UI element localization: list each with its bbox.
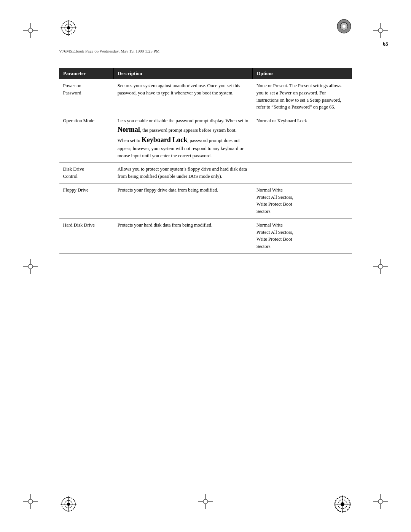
page-number: 65 <box>383 41 388 47</box>
table-row: Floppy Drive Protects your floppy drive … <box>59 183 352 218</box>
table-row: Operation Mode Lets you enable or disabl… <box>59 114 352 163</box>
bottom-center-crosshair <box>198 494 213 509</box>
options-opmode: Normal or Keyboard Lock <box>253 114 352 163</box>
top-right-crosshair <box>373 23 388 38</box>
top-left-crosshair <box>23 23 38 38</box>
bottom-left-crosshair <box>23 494 38 509</box>
bottom-right-gear <box>333 495 352 514</box>
col-header-options: Options <box>253 68 352 79</box>
svg-point-33 <box>378 499 383 504</box>
top-left-gear <box>59 18 78 37</box>
col-header-description: Description <box>114 68 253 79</box>
mid-left-crosshair <box>23 259 38 274</box>
desc-diskdrive: Allows you to protect your system’s flop… <box>114 163 253 184</box>
desc-floppy: Protects your floppy drive data from bei… <box>114 183 253 218</box>
svg-point-19 <box>378 264 383 269</box>
table-row: Power-onPassword Secures your system aga… <box>59 79 352 114</box>
svg-point-30 <box>203 499 208 504</box>
param-floppy: Floppy Drive <box>59 183 114 218</box>
param-poweron: Power-onPassword <box>59 79 114 114</box>
svg-point-13 <box>342 25 346 28</box>
desc-poweron: Secures your system against unauthorized… <box>114 79 253 114</box>
svg-point-2 <box>28 28 33 33</box>
table-row: Disk DriveControl Allows you to protect … <box>59 163 352 184</box>
svg-point-22 <box>28 499 33 504</box>
main-content: Parameter Description Options Power-onPa… <box>59 68 352 456</box>
bottom-right-crosshair <box>373 494 388 509</box>
options-poweron: None or Present. The Present settings al… <box>253 79 352 114</box>
param-diskdrive: Disk DriveControl <box>59 163 114 184</box>
svg-point-10 <box>378 28 383 33</box>
svg-point-16 <box>28 264 33 269</box>
table-row: Hard Disk Drive Protects your hard disk … <box>59 218 352 253</box>
bottom-left-gear <box>59 495 78 514</box>
reference-table: Parameter Description Options Power-onPa… <box>59 68 352 254</box>
options-floppy: Normal WriteProtect All Sectors,Write Pr… <box>253 183 352 218</box>
param-hdd: Hard Disk Drive <box>59 218 114 253</box>
desc-opmode: Lets you enable or disable the password … <box>114 114 253 163</box>
inline-kbdlock: Keyboard Lock <box>142 136 188 144</box>
options-diskdrive <box>253 163 352 184</box>
options-hdd: Normal WriteProtect All Sectors,Write Pr… <box>253 218 352 253</box>
top-right-circle <box>336 18 352 34</box>
mid-right-crosshair <box>373 259 388 274</box>
desc-hdd: Protects your hard disk data from being … <box>114 218 253 253</box>
header-line: V76MSE.book Page 65 Wednesday, May 19, 1… <box>59 49 352 53</box>
param-opmode: Operation Mode <box>59 114 114 163</box>
col-header-parameter: Parameter <box>59 68 114 79</box>
inline-normal: Normal <box>118 126 140 133</box>
